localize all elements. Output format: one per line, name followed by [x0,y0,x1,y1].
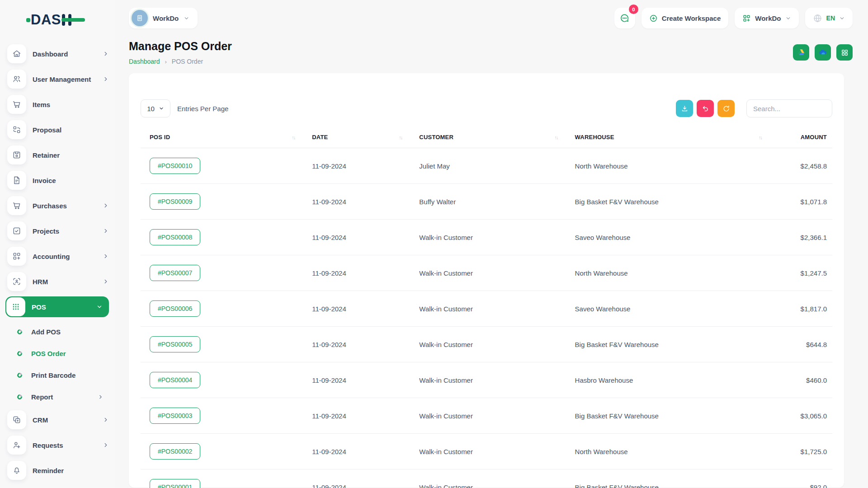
pos-id-badge[interactable]: #POS00009 [150,193,200,210]
integration-buttons [793,44,853,61]
sidebar-item-requests[interactable]: Requests [7,435,109,455]
refresh-icon [722,105,730,113]
sort-icon[interactable]: ↑↓ [399,135,402,140]
chevron-right-icon [103,417,109,423]
bullet-icon [16,350,23,357]
sort-icon[interactable]: ↑↓ [555,135,558,140]
refresh-button[interactable] [717,100,735,117]
language-selector[interactable]: EN [805,8,853,28]
onedrive-button[interactable] [815,44,831,61]
main-content: WorkDo 0 Create Workspace [115,0,868,488]
user-plus-icon [7,436,26,455]
workspace-selector[interactable]: WorkDo [129,8,198,28]
grid-plus-icon [742,14,751,23]
chevron-right-icon [103,76,109,82]
search-input[interactable] [746,99,832,117]
create-workspace-button[interactable]: Create Workspace [642,8,729,28]
warehouse-cell: Big Basket F&V Warehouse [570,327,774,362]
google-drive-icon [797,48,805,56]
table-row: #POS0001011-09-2024Juliet MayNorth Wareh… [141,148,832,184]
sidebar-item-accounting[interactable]: Accounting [7,246,109,267]
sidebar: DAS Dashboard User Management [0,0,115,488]
sidebar-subitem-print-barcode[interactable]: Print Barcode [17,366,104,384]
amount-cell: $1,817.0 [774,291,832,327]
sidebar-subitem-report[interactable]: Report [17,388,104,406]
table-row: #POS0000911-09-2024Buffy WalterBig Baske… [141,184,832,220]
sidebar-item-projects[interactable]: Projects [7,221,109,241]
sidebar-item-retainer[interactable]: Retainer [7,145,109,165]
sidebar-item-purchases[interactable]: Purchases [7,195,109,216]
date-cell: 11-09-2024 [307,469,414,488]
sidebar-item-items[interactable]: Items [7,94,109,115]
pos-id-badge[interactable]: #POS00003 [150,408,200,424]
sidebar-subitem-pos-order[interactable]: POS Order [17,344,104,362]
sidebar-item-proposal[interactable]: Proposal [7,119,109,140]
plus-circle-icon [649,14,658,23]
breadcrumb-dashboard-link[interactable]: Dashboard [129,58,160,65]
sidebar-item-user-management[interactable]: User Management [7,69,109,89]
chevron-right-icon [103,278,109,285]
chat-icon [619,13,630,23]
undo-icon [702,105,709,113]
pos-id-badge[interactable]: #POS00010 [150,158,200,174]
topbar: WorkDo 0 Create Workspace [115,0,868,33]
breadcrumb-separator: › [165,58,167,65]
chevron-down-icon [96,304,103,310]
table-header-row: POS ID↑↓ DATE↑↓ CUSTOMER↑↓ WAREHOUSE↑↓ A… [141,134,832,148]
column-header-date: DATE↑↓ [307,134,414,148]
swap-grid-icon [7,120,26,139]
warehouse-cell: North Warehouse [570,148,774,184]
export-button[interactable] [676,100,693,117]
amount-cell: $1,725.0 [774,434,832,469]
chevron-down-icon [785,15,791,21]
pos-id-badge[interactable]: #POS00007 [150,265,200,281]
google-drive-button[interactable] [793,44,809,61]
warehouse-cell: North Warehouse [570,255,774,291]
date-cell: 11-09-2024 [307,255,414,291]
table-row: #POS0000711-09-2024Walk-in CustomerNorth… [141,255,832,291]
customer-cell: Walk-in Customer [414,434,569,469]
cart-icon [7,196,26,215]
pos-id-badge[interactable]: #POS00006 [150,300,200,317]
date-cell: 11-09-2024 [307,291,414,327]
entries-per-page-select[interactable]: 10 [141,99,170,117]
sort-icon[interactable]: ↑↓ [759,135,762,140]
pos-id-cell: #POS00001 [141,469,307,488]
logo-h-glyph [62,14,73,26]
table-toolbar: 10 Entries Per Page [141,99,832,117]
messages-button[interactable]: 0 [614,8,635,28]
sidebar-item-hrm[interactable]: HRM [7,271,109,292]
customer-cell: Buffy Walter [414,184,569,220]
sidebar-item-dashboard[interactable]: Dashboard [7,43,109,64]
pos-id-badge[interactable]: #POS00004 [150,372,200,388]
page-title: Manage POS Order [129,40,232,53]
pos-id-badge[interactable]: #POS00008 [150,229,200,245]
pos-id-badge[interactable]: #POS00005 [150,336,200,352]
sidebar-item-invoice[interactable]: Invoice [7,170,109,191]
pos-order-card: 10 Entries Per Page [129,73,844,488]
sidebar-item-pos[interactable]: POS [5,296,109,317]
grid-view-button[interactable] [836,44,853,61]
app-switcher-button[interactable]: WorkDo [735,8,798,28]
warehouse-cell: Saveo Warehouse [570,291,774,327]
pos-id-badge[interactable]: #POS00001 [150,479,200,488]
amount-cell: $460.0 [774,362,832,398]
file-text-icon [7,171,26,190]
sidebar-subitem-add-pos[interactable]: Add POS [17,323,104,341]
topbar-actions: 0 Create Workspace WorkDo [614,8,853,28]
chevron-right-icon [98,394,104,400]
brand-logo[interactable]: DAS [26,12,115,28]
sidebar-item-crm[interactable]: CRM [7,409,109,430]
table-row: #POS0000311-09-2024Walk-in CustomerBig B… [141,398,832,434]
customer-cell: Walk-in Customer [414,469,569,488]
pos-id-badge[interactable]: #POS00002 [150,443,200,460]
sort-icon[interactable]: ↑↓ [292,135,295,140]
download-icon [681,105,689,113]
grid-icon [841,49,849,56]
toolbar-actions [676,99,832,117]
sidebar-item-reminder[interactable]: Reminder [7,460,109,481]
chevron-right-icon [103,51,109,57]
reset-button[interactable] [697,100,714,117]
bell-icon [7,461,26,480]
customer-cell: Walk-in Customer [414,327,569,362]
